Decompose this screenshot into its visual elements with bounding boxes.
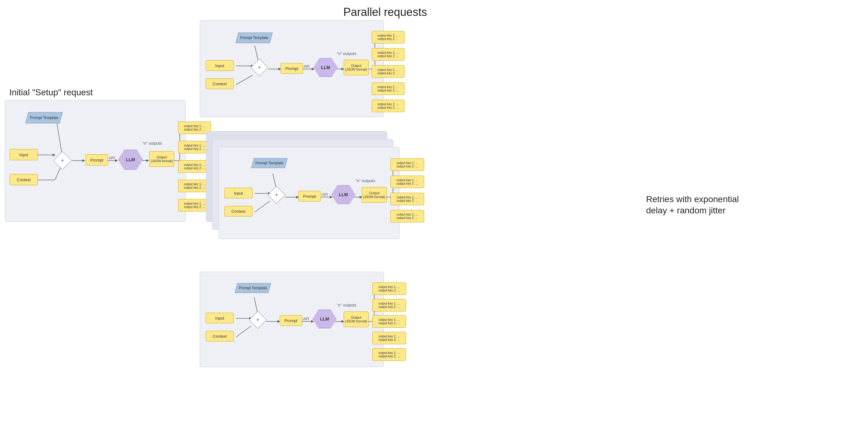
context-bottom: Context <box>206 331 234 341</box>
svg-line-40 <box>236 326 251 337</box>
output-json-p1: Output (JSON format) <box>344 60 369 75</box>
out-p1-2: output key 1: ... output key 2: ... <box>372 48 404 61</box>
out-r-2: output key 1: ... output key 2: ... <box>391 176 424 188</box>
setup-section-title: Initial "Setup" request <box>9 87 93 97</box>
out-b-5: output key 1: ... output key 2: ... <box>372 348 406 361</box>
api-label-setup: API <box>109 156 115 160</box>
out-p1-4: output key 1: ... output key 2: ... <box>372 83 404 95</box>
svg-line-2 <box>55 166 61 180</box>
context-node-setup: Context <box>10 174 38 185</box>
prompt-retry: Prompt <box>299 191 321 201</box>
retries-label: Retries with exponentialdelay + random j… <box>646 194 765 217</box>
input-retry: Input <box>224 188 252 198</box>
api-retry: API <box>322 193 328 197</box>
llm-node-setup: LLM <box>118 150 143 170</box>
context-node-p1: Context <box>206 78 234 89</box>
input-node-setup: Input <box>10 149 38 160</box>
svg-line-28 <box>255 201 270 212</box>
prompt-node-setup: Prompt <box>86 154 108 166</box>
context-retry: Context <box>224 206 252 217</box>
setup-diagram: Prompt Template Input Context + Prompt A… <box>5 100 186 222</box>
output-json-retry: Output (JSON format) <box>362 187 387 203</box>
input-bottom: Input <box>206 313 234 323</box>
out-p1-1: output key 1: ... output key 2: ... <box>372 31 404 44</box>
parallel-diagram-top: Prompt Template Input Context + Prompt A… <box>200 20 384 117</box>
svg-line-15 <box>236 75 252 85</box>
out-r-1: output key 1: ... output key 2: ... <box>391 159 424 171</box>
n-outputs-bottom: "n" outputs <box>337 303 356 307</box>
out-b-4: output key 1: ... output key 2: ... <box>372 332 406 344</box>
api-label-p1: API <box>304 64 310 69</box>
plus-icon-setup: + <box>56 154 69 167</box>
retry-diagram-front: Prompt Template Input Context + Prompt A… <box>218 147 400 239</box>
page-title: Parallel requests <box>343 6 427 19</box>
out-b-3: output key 1: ... output key 2: ... <box>372 315 406 328</box>
pt-bottom: Prompt Template <box>235 283 271 293</box>
output-json-bottom: Output (JSON format) <box>344 311 369 327</box>
out-b-2: output key 1: ... output key 2: ... <box>372 299 406 311</box>
input-node-p1: Input <box>206 60 234 71</box>
n-outputs-retry: "n" outputs <box>355 178 375 183</box>
output-json-setup: Output (JSON format) <box>149 151 174 167</box>
out-p1-3: output key 1: ... output key 2: ... <box>372 65 404 78</box>
bottom-diagram: Prompt Template Input Context + Prompt A… <box>200 272 384 367</box>
prompt-template-node-setup: Prompt Template <box>25 112 63 123</box>
llm-node-p1: LLM <box>313 58 338 77</box>
api-bottom: API <box>303 317 309 321</box>
out-r-3: output key 1: ... output key 2: ... <box>391 193 424 205</box>
svg-line-3 <box>57 121 62 155</box>
n-outputs-label-setup: "n" outputs <box>142 141 162 146</box>
prompt-bottom: Prompt <box>280 315 302 326</box>
out-r-4: output key 1: ... output key 2: ... <box>391 210 424 223</box>
prompt-node-p1: Prompt <box>281 63 303 74</box>
plus-bottom: + <box>252 314 264 326</box>
plus-retry: + <box>270 189 283 201</box>
plus-p1: + <box>253 61 266 74</box>
llm-bottom: LLM <box>312 310 337 329</box>
out-p1-5: output key 1: ... output key 2: ... <box>372 99 404 112</box>
out-b-1: output key 1: ... output key 2: ... <box>372 282 406 295</box>
prompt-template-node-p1: Prompt Template <box>235 32 273 43</box>
llm-retry: LLM <box>331 185 355 204</box>
pt-front: Prompt Template <box>251 158 288 168</box>
n-outputs-p1: "n" outputs <box>337 51 356 56</box>
